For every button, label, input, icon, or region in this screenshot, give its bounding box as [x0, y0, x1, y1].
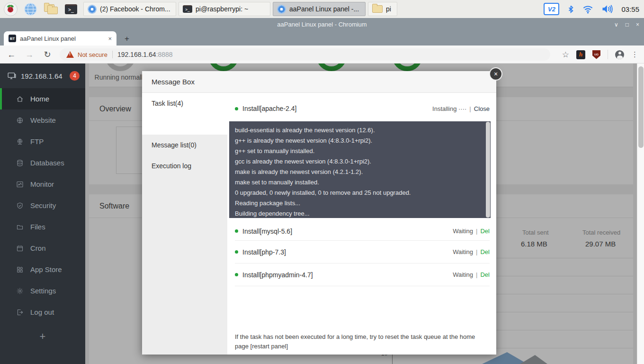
task-del-link[interactable]: Del: [480, 271, 490, 278]
taskbar-window-label: (2) Facebook - Chrom...: [100, 5, 170, 13]
omnibox-separator: [112, 51, 113, 58]
task-name: Install[phpmyadmin-4.7]: [242, 271, 313, 279]
back-button[interactable]: ←: [5, 46, 18, 64]
console-line: Reading package lists...: [235, 198, 479, 209]
home-icon: [16, 95, 24, 103]
task-del-link[interactable]: Del: [480, 228, 490, 235]
taskbar-window-facebook[interactable]: (2) Facebook - Chrom...: [83, 2, 176, 16]
install-console-output[interactable]: build-essential is already the newest ve…: [229, 121, 491, 218]
terminal-launcher[interactable]: >_: [63, 2, 79, 16]
task-status-dot: [235, 273, 238, 276]
sidebar-item-settings[interactable]: Settings: [0, 280, 85, 301]
ublock-shield-icon[interactable]: UO: [592, 50, 600, 59]
sidebar-item-security[interactable]: Security: [0, 195, 85, 216]
task-row-apache: Install[apache-2.4] Installing ···· | Cl…: [235, 101, 490, 116]
window-titlebar: aaPanel Linux panel - Chromium ∨ □ ×: [0, 18, 644, 31]
modal-tab-gray-panel: Message list(0) Execution log: [142, 135, 227, 355]
profile-avatar[interactable]: [615, 50, 624, 59]
console-scrollbar-thumb[interactable]: [486, 122, 490, 218]
calendar-icon: [16, 245, 24, 252]
bookmark-star-icon[interactable]: ☆: [562, 50, 569, 60]
sidebar-add-button[interactable]: +: [0, 327, 85, 346]
task-list-panel: Install[apache-2.4] Installing ···· | Cl…: [227, 93, 496, 355]
security-label: Not secure: [78, 51, 107, 58]
sidebar-item-label: Monitor: [30, 180, 54, 188]
sidebar-server[interactable]: 192.168.1.64 4: [0, 64, 85, 88]
extension-h-icon[interactable]: h: [576, 50, 585, 59]
database-icon: [16, 159, 24, 167]
console-line: build-essential is already the newest ve…: [235, 125, 479, 136]
task-queue-hint: If the task has not been executed for a …: [235, 332, 485, 351]
forward-button[interactable]: →: [23, 46, 36, 64]
toolbar-divider: [608, 50, 608, 59]
sidebar-item-logout[interactable]: Log out: [0, 301, 85, 323]
sidebar-item-appstore[interactable]: App Store: [0, 259, 85, 280]
window-close-button[interactable]: ×: [636, 21, 639, 28]
console-line: make set to manually installed.: [235, 177, 479, 188]
task-close-link[interactable]: Close: [474, 105, 490, 112]
taskbar-window-aapanel[interactable]: aaPanel Linux panel -...: [273, 2, 366, 16]
raspberry-menu-button[interactable]: [3, 2, 18, 16]
taskbar-window-terminal[interactable]: >_ pi@raspberrypi: ~: [179, 2, 270, 16]
task-name: Install[mysql-5.6]: [242, 228, 292, 235]
reload-button[interactable]: ↻: [41, 46, 54, 64]
server-address: 192.168.1.64: [21, 72, 63, 80]
browser-tab[interactable]: BT aaPanel Linux panel ×: [4, 31, 116, 46]
tab-message-list[interactable]: Message list(0): [142, 135, 227, 155]
console-line: make is already the newest version (4.2.…: [235, 167, 479, 177]
website-globe-icon: [16, 117, 24, 124]
taskbar-window-pi[interactable]: pi: [368, 2, 397, 16]
modal-close-button[interactable]: ×: [489, 67, 502, 81]
task-separator: |: [476, 248, 477, 255]
task-del-link[interactable]: Del: [480, 248, 490, 255]
address-bar[interactable]: Not secure 192.168.1.64:8888: [60, 48, 550, 61]
chromium-icon: [88, 5, 97, 14]
task-status: Installing ····: [432, 105, 466, 112]
task-separator: |: [469, 105, 471, 112]
sidebar-item-monitor[interactable]: Monitor: [0, 173, 85, 195]
window-title: aaPanel Linux panel - Chromium: [0, 18, 644, 31]
browser-scrollbar[interactable]: [637, 64, 644, 364]
tab-close-icon[interactable]: ×: [108, 35, 112, 42]
bluetooth-icon[interactable]: [567, 5, 574, 14]
web-browser-launcher[interactable]: [23, 2, 38, 16]
os-taskbar: >_ (2) Facebook - Chrom... >_ pi@raspber…: [0, 0, 644, 18]
sidebar: 192.168.1.64 4 Home Website FTP Database…: [0, 64, 85, 364]
url-port: :8888: [156, 51, 173, 58]
new-tab-button[interactable]: +: [121, 33, 133, 45]
sidebar-item-label: Cron: [30, 244, 46, 252]
window-maximize-button[interactable]: □: [626, 21, 629, 28]
vnc-icon[interactable]: V2: [544, 3, 559, 15]
task-name: Install[apache-2.4]: [242, 105, 296, 112]
sidebar-item-cron[interactable]: Cron: [0, 237, 85, 259]
gear-icon: [16, 287, 24, 295]
browser-menu-icon[interactable]: ⋮: [631, 50, 638, 59]
tab-title: aaPanel Linux panel: [20, 35, 104, 42]
sidebar-item-website[interactable]: Website: [0, 109, 85, 131]
task-row-php: Install[php-7.3] Waiting | Del: [235, 241, 490, 264]
taskbar-window-label: pi: [386, 5, 391, 13]
sidebar-item-label: Databases: [30, 159, 64, 167]
sidebar-item-label: Home: [30, 95, 49, 103]
sidebar-item-files[interactable]: Files: [0, 216, 85, 237]
chromium-icon: [277, 5, 286, 14]
tab-task-list[interactable]: Task list(4): [142, 93, 227, 114]
sidebar-item-home[interactable]: Home: [0, 88, 85, 109]
task-count-badge: 4: [70, 71, 80, 81]
sidebar-item-databases[interactable]: Databases: [0, 152, 85, 173]
file-manager-launcher[interactable]: [44, 2, 59, 16]
window-shade-button[interactable]: ∨: [614, 21, 618, 28]
task-row-mysql: Install[mysql-5.6] Waiting | Del: [235, 222, 490, 241]
volume-icon[interactable]: [601, 4, 613, 14]
url-host: 192.168.1.64: [117, 51, 156, 58]
tab-strip: BT aaPanel Linux panel × +: [0, 31, 644, 46]
sidebar-item-label: App Store: [30, 265, 62, 273]
terminal-icon: >_: [183, 5, 192, 13]
sidebar-item-label: Security: [30, 201, 56, 209]
wifi-icon[interactable]: [582, 5, 593, 14]
sidebar-item-ftp[interactable]: FTP: [0, 131, 85, 152]
scrollbar-thumb[interactable]: [638, 66, 644, 148]
console-line: Building dependency tree...: [235, 209, 479, 218]
console-line: g++ set to manually installed.: [235, 146, 479, 156]
tab-execution-log[interactable]: Execution log: [142, 155, 227, 176]
